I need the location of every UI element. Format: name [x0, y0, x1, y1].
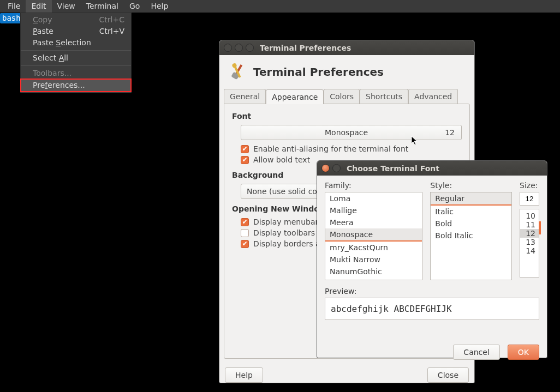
display-toolbars-label: Display toolbars i: [253, 228, 319, 237]
font-dialog-titlebar[interactable]: Choose Terminal Font: [317, 161, 547, 176]
style-listbox[interactable]: RegularItalicBoldBold Italic: [430, 192, 512, 280]
close-button[interactable]: Close: [427, 367, 469, 383]
tab-colors[interactable]: Colors: [324, 89, 360, 104]
family-item[interactable]: Loma: [325, 192, 422, 204]
menu-item-select-all[interactable]: Select All: [21, 52, 131, 64]
menu-help[interactable]: Help: [145, 0, 174, 13]
style-item[interactable]: Bold Italic: [431, 230, 511, 242]
tab-advanced[interactable]: Advanced: [408, 89, 458, 104]
menu-go[interactable]: Go: [124, 0, 145, 13]
family-item[interactable]: Mukti Narrow: [325, 254, 422, 266]
preferences-footer: Help Close: [219, 363, 474, 387]
style-item[interactable]: Regular: [431, 192, 511, 206]
family-item[interactable]: Monospace: [325, 228, 422, 242]
display-borders-label: Display borders a: [253, 239, 320, 248]
window-close-icon[interactable]: [224, 44, 232, 52]
help-button[interactable]: Help: [225, 367, 263, 383]
family-label: Family:: [325, 181, 422, 190]
tab-appearance[interactable]: Appearance: [266, 89, 324, 104]
preferences-window-title: Terminal Preferences: [260, 44, 351, 52]
menu-item-paste[interactable]: PasteCtrl+V: [21, 26, 131, 37]
preferences-tabstrip: GeneralAppearanceColorsShortcutsAdvanced: [224, 89, 470, 104]
anti-aliasing-label: Enable anti-aliasing for the terminal fo…: [253, 144, 408, 153]
tab-general[interactable]: General: [224, 89, 266, 104]
style-label: Style:: [430, 181, 512, 190]
style-item[interactable]: Bold: [431, 218, 511, 230]
style-item[interactable]: Italic: [431, 206, 511, 218]
preferences-header-title: Terminal Preferences: [253, 65, 384, 79]
family-item[interactable]: Meera: [325, 216, 422, 228]
anti-aliasing-checkbox[interactable]: [241, 145, 249, 153]
menu-view[interactable]: View: [52, 0, 81, 13]
menu-item-copy: CopyCtrl+C: [21, 14, 131, 26]
menu-file[interactable]: File: [2, 0, 26, 13]
family-listbox[interactable]: LomaMalligeMeeraMonospacemry_KacstQurnMu…: [325, 192, 422, 280]
edit-dropdown-menu: CopyCtrl+CPasteCtrl+VPaste SelectionSele…: [20, 13, 132, 93]
window-minimize-icon[interactable]: [332, 164, 341, 172]
window-close-icon[interactable]: [321, 164, 330, 172]
preview-label: Preview:: [325, 287, 539, 295]
display-menubar-label: Display menubar: [253, 218, 318, 226]
preferences-header: Terminal Preferences: [219, 55, 474, 89]
font-dialog-footer: Cancel OK: [317, 339, 547, 365]
size-listbox[interactable]: 1011121314: [520, 209, 539, 278]
display-borders-checkbox[interactable]: [241, 240, 249, 248]
family-item[interactable]: Mallige: [325, 204, 422, 216]
size-item[interactable]: 13: [520, 238, 539, 246]
bash-badge: bash: [0, 13, 23, 23]
font-section-label: Font: [232, 112, 462, 120]
bold-text-label: Allow bold text: [253, 155, 310, 164]
font-name: Monospace: [248, 128, 445, 137]
size-label: Size:: [520, 181, 539, 190]
window-maximize-icon[interactable]: [246, 44, 254, 52]
menu-terminal[interactable]: Terminal: [81, 0, 124, 13]
size-item[interactable]: 10: [520, 212, 539, 220]
menu-item-preferences[interactable]: Preferences...: [20, 79, 132, 92]
menu-separator: [21, 50, 131, 51]
ok-button[interactable]: OK: [508, 345, 539, 360]
size-input[interactable]: [520, 192, 539, 206]
font-size: 12: [445, 128, 455, 137]
font-dialog-window: Choose Terminal Font Family: LomaMallige…: [317, 160, 547, 358]
family-item[interactable]: mry_KacstQurn: [325, 242, 422, 254]
size-item[interactable]: 11: [520, 220, 539, 229]
font-dialog-window-title: Choose Terminal Font: [347, 164, 439, 173]
app-menubar: FileEditViewTerminalGoHelp: [0, 0, 560, 13]
menu-item-toolbars: Toolbars...: [21, 68, 131, 79]
menu-item-paste-selection[interactable]: Paste Selection: [21, 37, 131, 49]
cancel-button[interactable]: Cancel: [453, 345, 499, 360]
font-preview: abcdefghijk ABCDEFGHIJK: [325, 298, 539, 320]
font-chooser-button[interactable]: Monospace 12: [241, 125, 462, 140]
size-item[interactable]: 14: [520, 246, 539, 255]
tools-icon: [227, 62, 248, 82]
menu-edit[interactable]: Edit: [26, 0, 51, 13]
preferences-titlebar[interactable]: Terminal Preferences: [219, 40, 474, 55]
bold-text-checkbox[interactable]: [241, 156, 249, 164]
window-minimize-icon[interactable]: [235, 44, 243, 52]
display-menubar-checkbox[interactable]: [241, 218, 249, 226]
tab-shortcuts[interactable]: Shortcuts: [360, 89, 408, 104]
display-toolbars-checkbox[interactable]: [241, 229, 249, 237]
menu-separator: [21, 65, 131, 66]
family-item[interactable]: NanumGothic: [325, 266, 422, 278]
size-item[interactable]: 12: [520, 229, 539, 238]
